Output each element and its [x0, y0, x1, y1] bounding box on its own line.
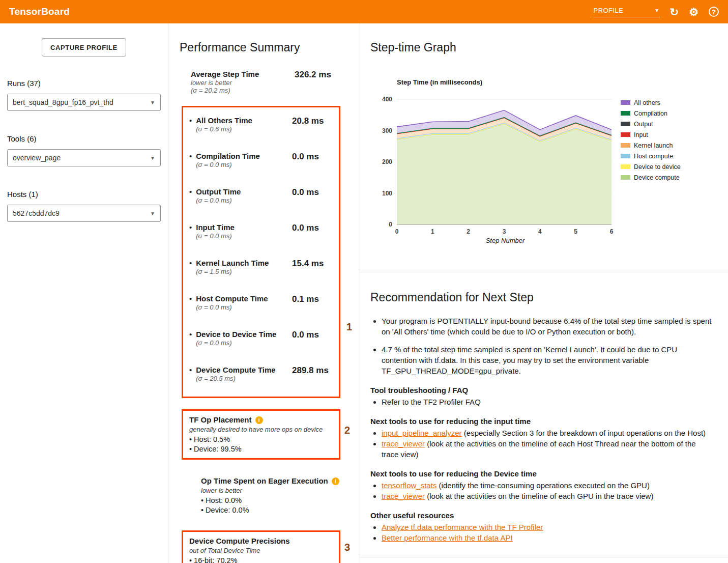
legend-item: Input — [621, 129, 681, 140]
recommendation-bullet: Your program is POTENTIALLY input-bound … — [382, 316, 713, 337]
section-list: input_pipeline_analyzer (especially Sect… — [382, 428, 713, 460]
text: (identify the time-consuming operations … — [436, 481, 650, 490]
info-icon[interactable]: i — [332, 477, 339, 485]
text: (look at the activities on the timeline … — [425, 492, 653, 500]
legend-item: Compilation — [621, 108, 681, 119]
list-item: Device: 0.0% — [201, 505, 354, 515]
section-heading: Tool troubleshooting / FAQ — [370, 386, 713, 395]
legend-label: Compilation — [634, 110, 667, 117]
precisions-list: 16-bit: 70.2%32-bit: 29.8% — [189, 556, 333, 563]
placement-list: Host: 0.5%Device: 99.5% — [189, 435, 333, 454]
svg-text:4: 4 — [538, 228, 542, 235]
svg-text:2: 2 — [467, 228, 470, 235]
svg-text:200: 200 — [382, 158, 392, 165]
metric-label: All Others Time — [196, 116, 252, 125]
list-item: trace_viewer (look at the activities on … — [382, 491, 713, 501]
help-icon[interactable]: ? — [709, 7, 719, 17]
reload-icon[interactable]: ↻ — [670, 7, 679, 17]
average-step-time: Average Step Time lower is better (σ = 2… — [191, 70, 335, 94]
section-list: Refer to the TF2 Profiler FAQ — [382, 397, 713, 407]
link[interactable]: Analyze tf.data performance with the TF … — [382, 523, 543, 531]
step-time-graph-card: Step-time Graph Step Time (in millisecon… — [360, 23, 728, 272]
metric-row: •All Others Time(σ = 0.6 ms)20.8 ms — [189, 109, 333, 145]
svg-text:1: 1 — [431, 228, 434, 235]
link[interactable]: Better performance with the tf.data API — [382, 533, 513, 542]
dashboard-selector[interactable]: PROFILE ▼ — [594, 7, 660, 17]
legend-label: Device compute — [634, 174, 680, 181]
text: Refer to the TF2 Profiler FAQ — [382, 398, 481, 406]
chevron-down-icon: ▼ — [150, 100, 155, 105]
text: (especially Section 3 for the breakdown … — [462, 429, 706, 437]
metric-row: •Input Time(σ = 0.0 ms)0.0 ms — [189, 216, 333, 252]
metric-value: 0.0 ms — [292, 330, 333, 340]
svg-text:0: 0 — [389, 221, 392, 228]
legend-label: Kernel launch — [634, 142, 673, 149]
precisions-note: out of Total Device Time — [189, 546, 333, 555]
legend-label: Device to device — [634, 163, 681, 171]
metric-value: 20.8 ms — [292, 116, 333, 126]
link[interactable]: trace_viewer — [382, 492, 425, 500]
performance-summary-title: Performance Summary — [180, 41, 360, 54]
runs-dropdown-value: bert_squad_8gpu_fp16_pvt_thd — [13, 98, 113, 106]
list-item: 16-bit: 70.2% — [189, 556, 333, 563]
annotation-number-1: 1 — [346, 321, 352, 333]
eager-title: Op Time Spent on Eager Execution — [201, 476, 328, 486]
metric-row: •Host Compute Time(σ = 0.0 ms)0.1 ms — [189, 288, 333, 323]
chart-legend: All othersCompilationOutputInputKernel l… — [621, 97, 681, 236]
metric-value: 0.0 ms — [292, 223, 333, 233]
metric-sigma: (σ = 0.0 ms) — [196, 196, 241, 204]
hosts-dropdown[interactable]: 5627c5dd7dc9 ▼ — [7, 205, 161, 222]
legend-item: Kernel launch — [621, 140, 681, 151]
link[interactable]: trace_viewer — [382, 439, 425, 448]
annotation-box-3: Device Compute Precisions out of Total D… — [182, 530, 340, 563]
metric-label: Device to Device Time — [196, 330, 276, 339]
legend-swatch — [621, 143, 630, 148]
annotation-number-2: 2 — [344, 425, 350, 436]
tf-op-placement-note: generally desired to have more ops on de… — [189, 425, 333, 434]
section-list: tensorflow_stats (identify the time-cons… — [382, 480, 713, 501]
list-item: input_pipeline_analyzer (especially Sect… — [382, 428, 713, 438]
legend-label: Output — [634, 121, 653, 128]
metric-value: 0.1 ms — [292, 294, 333, 304]
bullet: • — [189, 223, 192, 240]
hosts-label: Hosts (1) — [7, 190, 161, 199]
bullet: • — [189, 294, 192, 311]
recommendation-sections: Tool troubleshooting / FAQRefer to the T… — [370, 386, 713, 543]
chart-xlabel: Step Number — [370, 237, 615, 244]
legend-item: All others — [621, 97, 681, 108]
bullet: • — [189, 259, 192, 275]
metric-label: Compilation Time — [196, 152, 260, 161]
svg-text:100: 100 — [382, 190, 392, 197]
step-time-chart[interactable]: 01002003004000123456 — [371, 93, 616, 236]
list-item: Better performance with the tf.data API — [382, 532, 713, 543]
chevron-down-icon: ▼ — [150, 211, 155, 216]
bullet: • — [189, 330, 192, 347]
legend-label: Input — [634, 131, 648, 138]
tools-label: Tools (6) — [7, 134, 161, 143]
legend-swatch — [621, 100, 630, 105]
metric-label: Host Compute Time — [196, 294, 268, 303]
metric-row: •Output Time(σ = 0.0 ms)0.0 ms — [189, 181, 333, 216]
runs-dropdown[interactable]: bert_squad_8gpu_fp16_pvt_thd ▼ — [7, 94, 161, 111]
legend-item: Host compute — [621, 151, 681, 161]
metric-sigma: (σ = 0.0 ms) — [196, 161, 260, 168]
gear-icon[interactable]: ⚙ — [689, 7, 698, 17]
text: (look at the activities on the timeline … — [382, 439, 696, 459]
tools-dropdown[interactable]: overview_page ▼ — [7, 149, 161, 166]
metric-row: •Device Compute Time(σ = 20.5 ms)289.8 m… — [189, 359, 333, 395]
capture-profile-button[interactable]: CAPTURE PROFILE — [42, 38, 126, 57]
eager-list: Host: 0.0%Device: 0.0% — [201, 496, 354, 515]
bullet: • — [189, 187, 192, 204]
legend-item: Device compute — [621, 172, 681, 183]
metric-note: lower is better — [191, 79, 295, 87]
link[interactable]: tensorflow_stats — [382, 481, 436, 490]
svg-text:3: 3 — [503, 228, 506, 235]
link[interactable]: input_pipeline_analyzer — [382, 429, 462, 437]
info-icon[interactable]: i — [255, 416, 263, 424]
recommendation-card: Recommendation for Next Step Your progra… — [360, 272, 728, 557]
precisions-title: Device Compute Precisions — [189, 536, 290, 546]
metric-label: Kernel Launch Time — [196, 259, 269, 268]
metric-value: 289.8 ms — [292, 365, 333, 376]
chevron-down-icon: ▼ — [150, 155, 155, 161]
metric-row: •Compilation Time(σ = 0.0 ms)0.0 ms — [189, 145, 333, 181]
